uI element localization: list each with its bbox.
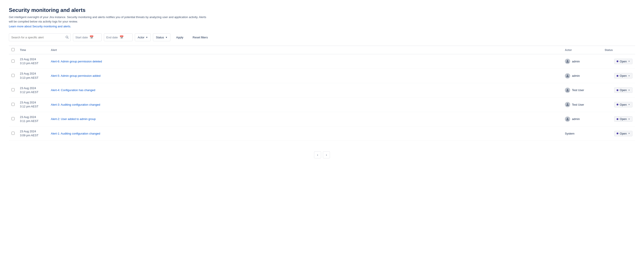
col-header-status: Status <box>602 46 635 54</box>
status-dot <box>616 89 618 91</box>
row-checkbox[interactable] <box>12 117 14 120</box>
alert-link[interactable]: Alert-6: Admin group permission deleted <box>51 60 102 63</box>
status-cell: Open▼ <box>602 98 635 112</box>
row-checkbox-cell <box>9 126 17 140</box>
start-date-input[interactable]: Start date 📅 <box>73 33 102 41</box>
actor-cell: admin <box>562 54 602 69</box>
search-button[interactable] <box>66 35 69 39</box>
avatar <box>565 88 570 93</box>
chevron-down-icon: ▼ <box>146 36 148 39</box>
col-header-time: Time <box>17 46 48 54</box>
alert-link[interactable]: Alert-5: Admin group permission added <box>51 74 100 77</box>
status-cell: Open▼ <box>602 69 635 83</box>
pagination: ‹ › <box>9 148 635 162</box>
status-badge[interactable]: Open▼ <box>614 87 632 93</box>
avatar <box>565 117 570 122</box>
actor-cell: admin <box>562 69 602 83</box>
avatar <box>565 73 570 79</box>
row-checkbox-cell <box>9 54 17 69</box>
alert-cell: Alert-6: Admin group permission deleted <box>48 54 562 69</box>
svg-point-5 <box>567 118 568 119</box>
alert-cell: Alert-2: User added to admin group <box>48 112 562 126</box>
table-row: 23 Aug 20243:13 pm AESTAlert-6: Admin gr… <box>9 54 635 69</box>
chevron-down-icon: ▼ <box>628 60 630 62</box>
table-row: 23 Aug 20243:12 pm AESTAlert-4: Configur… <box>9 83 635 97</box>
status-badge[interactable]: Open▼ <box>614 116 632 122</box>
actor-name: Test User <box>572 88 584 92</box>
row-checkbox-cell <box>9 83 17 97</box>
col-header-actor: Actor <box>562 46 602 54</box>
status-dot <box>616 133 618 134</box>
row-checkbox-cell <box>9 69 17 83</box>
learn-more-link[interactable]: Learn more about Security monitoring and… <box>9 25 71 28</box>
search-input[interactable] <box>9 33 71 41</box>
status-badge[interactable]: Open▼ <box>614 73 632 79</box>
chevron-down-icon: ▼ <box>628 89 630 91</box>
actor-name: Test User <box>572 103 584 106</box>
row-checkbox-cell <box>9 98 17 112</box>
time-cell: 23 Aug 20243:09 pm AEST <box>17 126 48 140</box>
next-page-button[interactable]: › <box>323 151 330 158</box>
end-date-label: End date <box>106 36 118 39</box>
avatar <box>565 59 570 64</box>
alert-link[interactable]: Alert-2: User added to admin group <box>51 117 96 121</box>
time-cell: 23 Aug 20243:12 pm AEST <box>17 98 48 112</box>
reset-filters-button[interactable]: Reset filters <box>189 33 212 41</box>
row-checkbox-cell <box>9 112 17 126</box>
prev-page-button[interactable]: ‹ <box>314 151 321 158</box>
time-cell: 23 Aug 20243:13 pm AEST <box>17 69 48 83</box>
table-row: 23 Aug 20243:12 pm AESTAlert-3: Auditing… <box>9 98 635 112</box>
actor-name: admin <box>572 74 580 77</box>
calendar-icon: 📅 <box>120 35 124 39</box>
status-dot <box>616 118 618 120</box>
actor-dropdown[interactable]: Actor ▼ <box>135 33 151 41</box>
row-checkbox[interactable] <box>12 60 14 63</box>
alert-cell: Alert-5: Admin group permission added <box>48 69 562 83</box>
status-label: Open <box>620 74 627 77</box>
alert-link[interactable]: Alert-3: Auditing configuration changed <box>51 103 100 106</box>
actor-cell: Test User <box>562 83 602 97</box>
chevron-down-icon: ▼ <box>165 36 168 39</box>
chevron-down-icon: ▼ <box>628 75 630 77</box>
actor-dropdown-label: Actor <box>138 36 144 39</box>
status-dropdown[interactable]: Status ▼ <box>153 33 170 41</box>
table-row: 23 Aug 20243:09 pm AESTAlert-1: Auditing… <box>9 126 635 140</box>
actor-cell: admin <box>562 112 602 126</box>
table-body: 23 Aug 20243:13 pm AESTAlert-6: Admin gr… <box>9 54 635 141</box>
status-label: Open <box>620 117 627 121</box>
svg-point-1 <box>567 60 568 61</box>
status-badge[interactable]: Open▼ <box>614 59 632 64</box>
select-all-header <box>9 46 17 54</box>
actor-name: admin <box>572 60 580 63</box>
alert-cell: Alert-1: Auditing configuration changed <box>48 126 562 140</box>
status-dot <box>616 104 618 106</box>
status-badge[interactable]: Open▼ <box>614 131 632 136</box>
end-date-input[interactable]: End date 📅 <box>104 33 132 41</box>
row-checkbox[interactable] <box>12 132 14 135</box>
chevron-left-icon: ‹ <box>317 153 318 157</box>
svg-point-2 <box>567 75 568 76</box>
svg-point-3 <box>567 89 568 90</box>
row-checkbox[interactable] <box>12 88 14 91</box>
actor-cell: Test User <box>562 98 602 112</box>
calendar-icon: 📅 <box>90 35 94 39</box>
status-cell: Open▼ <box>602 83 635 97</box>
alert-link[interactable]: Alert-4: Configuration has changed <box>51 88 95 92</box>
avatar <box>565 102 570 107</box>
row-checkbox[interactable] <box>12 103 14 106</box>
time-cell: 23 Aug 20243:12 pm AEST <box>17 83 48 97</box>
time-cell: 23 Aug 20243:13 pm AEST <box>17 54 48 69</box>
status-badge[interactable]: Open▼ <box>614 102 632 107</box>
alert-cell: Alert-3: Auditing configuration changed <box>48 98 562 112</box>
status-dot <box>616 75 618 77</box>
apply-button[interactable]: Apply <box>172 33 187 41</box>
select-all-checkbox[interactable] <box>12 48 14 51</box>
actor-name: admin <box>572 117 580 121</box>
status-label: Open <box>620 60 627 63</box>
alert-cell: Alert-4: Configuration has changed <box>48 83 562 97</box>
alert-link[interactable]: Alert-1: Auditing configuration changed <box>51 132 100 135</box>
col-header-alert: Alert <box>48 46 562 54</box>
row-checkbox[interactable] <box>12 74 14 77</box>
chevron-down-icon: ▼ <box>628 132 630 134</box>
actor-cell: System <box>562 126 602 140</box>
